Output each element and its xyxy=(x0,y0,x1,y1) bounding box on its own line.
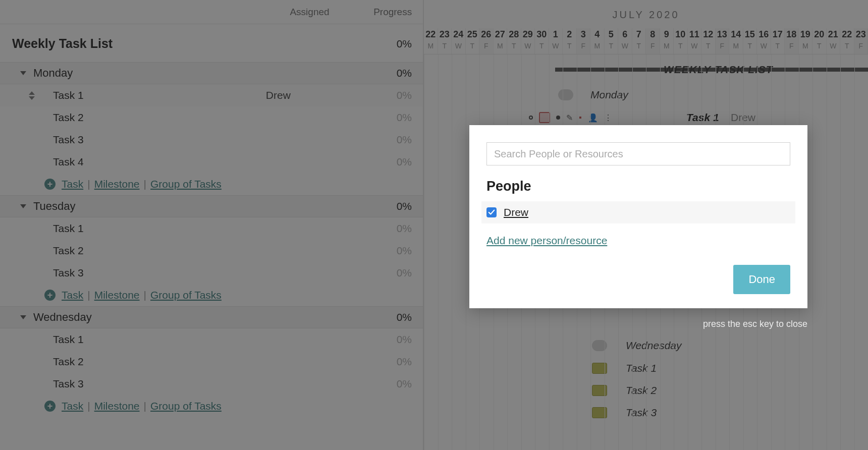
assign-people-modal: People Drew Add new person/resource Done xyxy=(469,125,807,308)
person-name-link[interactable]: Drew xyxy=(504,206,528,218)
esc-hint: press the esc key to close xyxy=(469,319,807,329)
done-button[interactable]: Done xyxy=(733,265,790,294)
people-heading: People xyxy=(486,179,790,194)
checkbox-checked-icon[interactable] xyxy=(486,207,497,217)
search-people-input[interactable] xyxy=(486,142,790,165)
person-row[interactable]: Drew xyxy=(481,201,795,223)
add-person-link[interactable]: Add new person/resource xyxy=(486,235,607,247)
